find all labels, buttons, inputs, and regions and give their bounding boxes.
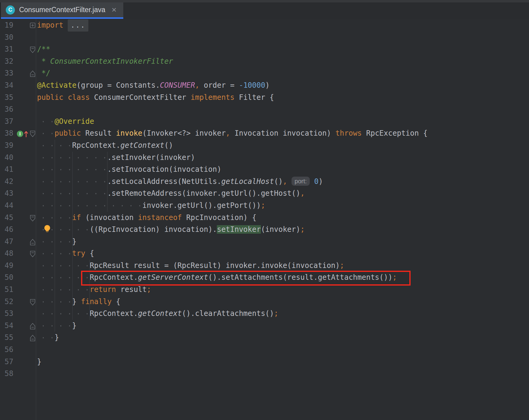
code-text: * ConsumerContextInvokerFilter xyxy=(37,56,529,68)
editor-line-46[interactable]: 46((RpcInvocation) invocation).setInvoke… xyxy=(0,224,529,236)
gutter-icon-area xyxy=(13,260,31,272)
fold-marker-up[interactable] xyxy=(31,332,37,344)
editor-line-48[interactable]: 48try { xyxy=(0,248,529,260)
code-text: .setInvoker(invoker) xyxy=(37,152,529,164)
gutter-icon-area xyxy=(13,212,31,224)
code-segment: RpcContext. xyxy=(90,273,138,282)
editor-line-53[interactable]: 53RpcContext.getContext().clearAttachmen… xyxy=(0,308,529,320)
editor-line-32[interactable]: 32* ConsumerContextInvokerFilter xyxy=(0,56,529,68)
editor-line-33[interactable]: 33*/ xyxy=(0,67,529,80)
code-segment: public xyxy=(55,129,85,137)
editor-line-57[interactable]: 57} xyxy=(0,356,529,368)
code-lines: 19import ...3031/**32* ConsumerContextIn… xyxy=(0,19,529,380)
code-segment: ().setAttachments(result.getAttachments(… xyxy=(208,273,393,282)
code-segment: , xyxy=(226,129,230,137)
editor-tab-consumercontextfilter[interactable]: C ConsumerContextFilter.java ✕ xyxy=(1,2,123,17)
editor-line-45[interactable]: 45if (invocation instanceof RpcInvocatio… xyxy=(0,212,529,224)
indent-whitespace xyxy=(37,284,90,296)
editor-line-37[interactable]: 37@Override xyxy=(0,116,529,128)
indent-whitespace xyxy=(37,116,55,128)
editor-line-50[interactable]: 50RpcContext.getServerContext().setAttac… xyxy=(0,272,529,284)
code-segment: /** xyxy=(37,45,50,53)
editor-line-49[interactable]: 49RpcResult result = (RpcResult) invoker… xyxy=(0,260,529,272)
indent-whitespace xyxy=(37,176,107,188)
editor-line-58[interactable]: 58 xyxy=(0,368,529,380)
line-number: 38 xyxy=(0,127,13,140)
editor-line-35[interactable]: 35public class ConsumerContextFilter imp… xyxy=(0,92,529,104)
editor-line-42[interactable]: 42.setLocalAddress(NetUtils.getLocalHost… xyxy=(0,176,529,188)
gutter-icon-area xyxy=(13,103,31,116)
editor-line-40[interactable]: 40.setInvoker(invoker) xyxy=(0,152,529,164)
gutter-icon-area xyxy=(13,332,31,344)
code-segment: order = xyxy=(200,81,239,90)
fold-marker-area xyxy=(31,140,37,152)
code-text: RpcContext.getServerContext().setAttachm… xyxy=(37,272,529,284)
editor-line-34[interactable]: 34@Activate(group = Constants.CONSUMER, … xyxy=(0,80,529,92)
fold-marker-area xyxy=(31,188,37,200)
fold-marker-down[interactable] xyxy=(31,248,37,260)
line-number: 32 xyxy=(0,56,13,68)
code-segment: instanceof xyxy=(138,213,182,222)
editor-line-31[interactable]: 31/** xyxy=(0,43,529,56)
code-segment: */ xyxy=(41,69,50,77)
editor-line-41[interactable]: 41.setInvocation(invocation) xyxy=(0,164,529,176)
fold-marker-area xyxy=(31,272,37,284)
code-segment: finally xyxy=(81,297,116,306)
editor-line-47[interactable]: 47} xyxy=(0,236,529,248)
line-number: 49 xyxy=(0,260,13,272)
fold-marker-up[interactable] xyxy=(31,236,37,248)
fold-marker-up[interactable] xyxy=(31,67,37,80)
fold-marker-area xyxy=(31,32,37,44)
fold-marker-plus[interactable] xyxy=(31,19,37,32)
editor-line-55[interactable]: 55} xyxy=(0,332,529,344)
code-text: .setInvocation(invocation) xyxy=(37,164,529,176)
code-text: } finally { xyxy=(37,296,529,308)
indent-whitespace xyxy=(37,260,90,272)
line-number: 42 xyxy=(0,176,13,188)
editor-line-56[interactable]: 56 xyxy=(0,344,529,356)
code-text: } xyxy=(37,356,529,368)
indent-whitespace xyxy=(37,308,90,320)
line-number: 44 xyxy=(0,200,13,212)
gutter-icon-area xyxy=(13,368,31,380)
code-segment: getContext xyxy=(138,309,182,318)
fold-marker-down[interactable] xyxy=(31,43,37,56)
gutter-icon-area xyxy=(13,43,31,56)
code-segment: try xyxy=(72,249,90,258)
code-segment: (invoker) xyxy=(261,225,300,234)
indent-whitespace xyxy=(37,56,41,68)
gutter-icon-area xyxy=(13,67,31,80)
code-segment: ConsumerContextFilter xyxy=(94,93,191,102)
code-text: invoker.getUrl().getPort()); xyxy=(37,200,529,212)
fold-marker-down[interactable] xyxy=(31,296,37,308)
code-editor[interactable]: 19import ...3031/**32* ConsumerContextIn… xyxy=(0,19,529,420)
editor-line-52[interactable]: 52} finally { xyxy=(0,296,529,308)
editor-line-30[interactable]: 30 xyxy=(0,32,529,44)
fold-marker-down[interactable] xyxy=(31,212,37,224)
editor-line-36[interactable]: 36 xyxy=(0,103,529,116)
editor-line-39[interactable]: 39RpcContext.getContext() xyxy=(0,140,529,152)
code-segment: ) xyxy=(265,81,269,90)
editor-line-54[interactable]: 54} xyxy=(0,320,529,332)
editor-line-19[interactable]: 19import ... xyxy=(0,19,529,32)
line-number: 46 xyxy=(0,224,13,236)
line-number: 45 xyxy=(0,212,13,224)
editor-line-44[interactable]: 44invoker.getUrl().getPort()); xyxy=(0,200,529,212)
folded-code-ellipsis[interactable]: ... xyxy=(68,19,88,32)
fold-marker-up[interactable] xyxy=(31,320,37,332)
gutter-icon-area xyxy=(13,272,31,284)
editor-line-43[interactable]: 43.setRemoteAddress(invoker.getUrl().get… xyxy=(0,188,529,200)
editor-line-51[interactable]: 51return result; xyxy=(0,284,529,296)
fold-marker-down[interactable] xyxy=(31,127,37,140)
code-segment: () xyxy=(164,141,173,150)
code-text: } xyxy=(37,320,529,332)
editor-line-38[interactable]: 38Ipublic Result invoke(Invoker<?> invok… xyxy=(0,127,529,140)
indent-whitespace xyxy=(37,332,55,344)
code-segment: (group = Constants. xyxy=(77,81,160,90)
code-text: @Override xyxy=(37,116,529,128)
code-text: RpcContext.getContext().clearAttachments… xyxy=(37,308,529,320)
fold-marker-area xyxy=(31,80,37,92)
tab-close-icon[interactable]: ✕ xyxy=(111,7,117,13)
gutter-icon-area xyxy=(13,224,31,236)
gutter-icon-area xyxy=(13,284,31,296)
